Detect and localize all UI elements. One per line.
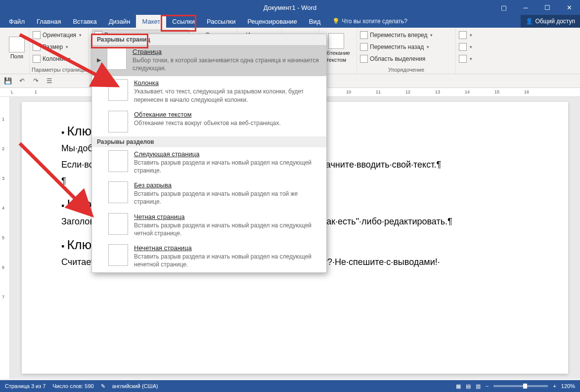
break-odd-page-icon [108, 244, 128, 266]
tab-references[interactable]: Ссылки [166, 15, 201, 28]
align-icon [459, 31, 467, 39]
ribbon-display-options[interactable]: ▢ [493, 0, 515, 15]
zoom-level[interactable]: 120% [561, 383, 575, 389]
group-label-arrange: Упорядочение [357, 67, 455, 73]
view-print-layout-icon[interactable]: ▤ [466, 383, 471, 390]
break-next-page-icon [108, 150, 128, 172]
close-button[interactable]: ✕ [558, 0, 580, 15]
send-backward-button[interactable]: Переместить назад▾ [360, 42, 452, 52]
group-objects-button[interactable]: ▾ [459, 42, 473, 52]
tab-home[interactable]: Главная [31, 15, 67, 28]
save-icon[interactable]: 💾 [3, 76, 13, 86]
break-textwrap-icon [108, 111, 128, 132]
break-even-page-icon [108, 213, 128, 235]
group-icon [459, 43, 467, 51]
minimize-button[interactable]: ─ [515, 0, 536, 15]
break-textwrap-item[interactable]: Обтекание текстом Обтекание текста вокру… [92, 108, 326, 136]
bring-forward-icon [360, 31, 368, 39]
tell-me-search[interactable]: 💡 Что вы хотите сделать? [332, 18, 407, 25]
bring-forward-button[interactable]: Переместить вперед▾ [360, 30, 452, 41]
ribbon-tabs: Файл Главная Вставка Дизайн Макет Ссылки… [0, 15, 580, 28]
selection-pane-button[interactable]: Область выделения [360, 53, 452, 64]
zoom-in-button[interactable]: + [553, 383, 556, 389]
view-read-mode-icon[interactable]: ▦ [456, 383, 461, 390]
rotate-icon [459, 55, 467, 63]
tab-review[interactable]: Рецензирование [241, 15, 303, 28]
zoom-out-button[interactable]: − [486, 383, 489, 389]
tab-file[interactable]: Файл [3, 15, 31, 28]
selection-pane-icon [360, 55, 368, 63]
svg-line-0 [20, 35, 114, 84]
view-web-layout-icon[interactable]: ▥ [476, 383, 481, 390]
break-page-item[interactable]: ▶ Страница Выбор точки, в которой заканч… [92, 45, 326, 76]
annotation-arrow [15, 30, 124, 95]
status-page[interactable]: Страница 3 из 7 [5, 383, 45, 389]
dropdown-section-section-breaks: Разрывы разделов [92, 136, 326, 147]
title-bar: Документ1 - Word ▢ ─ ☐ ✕ [0, 0, 580, 15]
status-word-count[interactable]: Число слов: 590 [52, 383, 93, 389]
break-odd-page-item[interactable]: Нечетная страница Вставить разрыв раздел… [92, 241, 326, 272]
tab-insert[interactable]: Вставка [67, 15, 102, 28]
rotate-button[interactable]: ▾ [459, 53, 473, 64]
break-even-page-item[interactable]: Четная страница Вставить разрыв раздела … [92, 210, 326, 241]
vertical-ruler[interactable]: 1 2 3 4 5 6 7 [0, 97, 10, 379]
break-next-page-item[interactable]: Следующая страница Вставить разрыв разде… [92, 147, 326, 178]
app-title: Документ1 - Word [264, 4, 316, 11]
svg-line-1 [20, 143, 89, 213]
tab-layout[interactable]: Макет [136, 15, 166, 28]
tab-mailings[interactable]: Рассылки [201, 15, 241, 28]
wrap-icon [328, 33, 344, 49]
break-continuous-icon [108, 181, 128, 203]
breaks-dropdown: Разрывы страниц ▶ Страница Выбор точки, … [91, 34, 327, 273]
maximize-button[interactable]: ☐ [536, 0, 558, 15]
send-backward-icon [360, 43, 368, 51]
window-controls: ▢ ─ ☐ ✕ [493, 0, 580, 15]
status-language[interactable]: английский (США) [112, 383, 158, 389]
dropdown-section-page-breaks: Разрывы страниц [92, 34, 326, 45]
break-continuous-item[interactable]: Без разрыва Вставить разрыв раздела и на… [92, 178, 326, 210]
group-arrange: Переместить вперед▾ Переместить назад▾ О… [357, 28, 456, 74]
share-button[interactable]: 👤 Общий доступ [521, 15, 580, 28]
align-button[interactable]: ▾ [459, 30, 473, 41]
status-bar: Страница 3 из 7 Число слов: 590 ✎ англий… [0, 380, 580, 392]
tab-view[interactable]: Вид [303, 15, 327, 28]
annotation-arrow [15, 138, 99, 224]
tab-design[interactable]: Дизайн [103, 15, 136, 28]
group-arrange-icons: ▾ ▾ ▾ [456, 28, 476, 74]
proofing-icon[interactable]: ✎ [101, 383, 105, 390]
zoom-slider[interactable] [493, 385, 548, 387]
break-column-item[interactable]: Колонка Указывает, что текст, следующий … [92, 76, 326, 107]
